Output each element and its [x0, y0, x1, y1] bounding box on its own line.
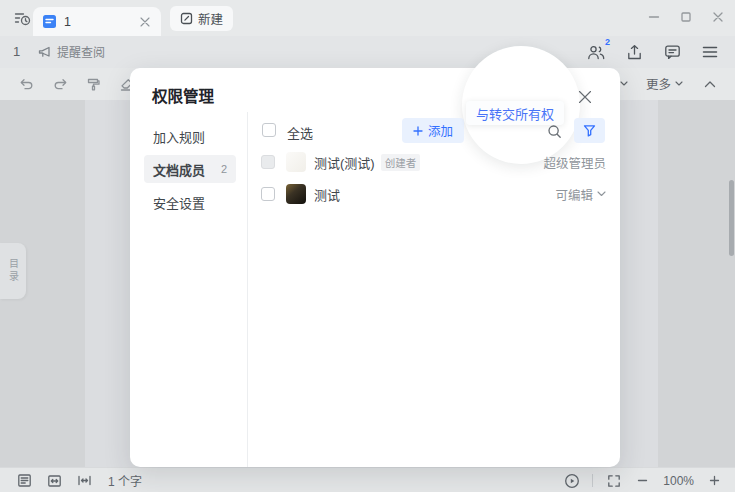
modal-close-icon[interactable]: [576, 88, 594, 106]
menubar: 1 提醒查阅 2: [0, 36, 735, 68]
creator-badge: 创建者: [381, 154, 421, 171]
chevron-down-icon: [597, 191, 606, 197]
undo-icon[interactable]: [18, 75, 36, 93]
onboarding-tooltip: 与转交所有权: [466, 101, 564, 125]
remind-review-label: 提醒查阅: [57, 43, 105, 60]
member-row: 测试 可编辑: [261, 180, 606, 208]
vertical-scrollbar-thumb[interactable]: [729, 180, 734, 256]
member-avatar: [286, 152, 306, 172]
modal-nav-divider: [247, 112, 248, 467]
modal-nav: 加入规则 文档成员 2 安全设置: [144, 122, 236, 221]
nav-label: 安全设置: [153, 193, 205, 212]
compose-icon: [180, 12, 193, 25]
collaborators-count: 2: [605, 37, 610, 47]
nav-item-join-rules[interactable]: 加入规则: [144, 122, 236, 150]
nav-item-document-members[interactable]: 文档成员 2: [144, 155, 236, 183]
fullscreen-icon[interactable]: [605, 472, 622, 489]
tab-title: 1: [64, 15, 138, 29]
select-all-label: 全选: [287, 123, 313, 142]
statusbar: 1 个字 100%: [0, 467, 735, 492]
outline-flyout-tab[interactable]: 目录: [0, 243, 26, 299]
member-role-label: 可编辑: [555, 185, 593, 204]
members-panel: 全选 添加 测试(测试) 创建者: [261, 112, 606, 467]
history-icon[interactable]: [12, 9, 32, 27]
new-tab-button[interactable]: 新建: [170, 6, 233, 31]
outline-view-icon[interactable]: [16, 472, 33, 489]
more-dropdown[interactable]: 更多: [646, 74, 683, 93]
permission-modal: 权限管理 加入规则 文档成员 2 安全设置 全: [130, 68, 620, 467]
zoom-out-icon[interactable]: [634, 472, 651, 489]
member-role: 超级管理员: [543, 153, 606, 172]
window-controls: [645, 8, 727, 26]
document-tab[interactable]: 1: [33, 7, 161, 36]
word-count: 1 个字: [108, 472, 142, 489]
member-role-dropdown[interactable]: 可编辑: [555, 185, 606, 204]
modal-title: 权限管理: [152, 84, 214, 106]
maximize-icon[interactable]: [677, 8, 695, 26]
nav-label: 文档成员: [153, 160, 205, 179]
minimize-icon[interactable]: [645, 8, 663, 26]
new-tab-label: 新建: [198, 9, 223, 28]
nav-label: 加入规则: [153, 127, 205, 146]
statusbar-right: 100%: [563, 472, 723, 489]
caret-down-icon: [675, 81, 683, 86]
member-avatar: [286, 184, 306, 204]
statusbar-divider: [592, 474, 593, 487]
page-number: 1: [13, 44, 20, 59]
outline-tab-label: 目录: [6, 258, 21, 284]
page-width-icon[interactable]: [76, 472, 93, 489]
member-row-owner: 测试(测试) 创建者 超级管理员: [261, 148, 606, 176]
titlebar: 1 新建: [0, 0, 735, 36]
zoom-in-icon[interactable]: [706, 472, 723, 489]
add-member-button[interactable]: 添加: [402, 118, 464, 143]
menubar-right-icons: 2: [585, 41, 721, 63]
toolbar-left: [18, 75, 135, 93]
member-checkbox-disabled: [261, 155, 275, 169]
collapse-toolbar-icon[interactable]: [701, 75, 719, 93]
caret-down-icon: [620, 81, 628, 86]
member-checkbox[interactable]: [261, 187, 275, 201]
tab-close-icon[interactable]: [138, 15, 152, 29]
app-window: 1 新建 1 提醒查阅 2: [0, 0, 735, 492]
fit-width-icon[interactable]: [46, 472, 63, 489]
more-label: 更多: [646, 74, 671, 93]
document-icon: [42, 14, 57, 29]
member-name: 测试: [314, 185, 340, 204]
filter-icon[interactable]: [574, 118, 605, 143]
comment-icon[interactable]: [661, 41, 683, 63]
statusbar-left: 1 个字: [16, 472, 142, 489]
nav-item-security-settings[interactable]: 安全设置: [144, 188, 236, 216]
collaborators-icon[interactable]: 2: [585, 41, 607, 63]
megaphone-icon: [38, 45, 52, 59]
play-presentation-icon[interactable]: [563, 472, 580, 489]
remind-review-button[interactable]: 提醒查阅: [38, 43, 105, 60]
member-name: 测试(测试): [314, 153, 375, 172]
nav-badge: 2: [221, 163, 227, 175]
select-all-checkbox[interactable]: [262, 123, 276, 137]
zoom-level: 100%: [663, 474, 694, 488]
hamburger-menu-icon[interactable]: [699, 41, 721, 63]
share-icon[interactable]: [623, 41, 645, 63]
onboarding-tooltip-label: 与转交所有权: [476, 104, 554, 123]
close-window-icon[interactable]: [709, 8, 727, 26]
plus-icon: [413, 126, 423, 136]
add-member-label: 添加: [428, 121, 453, 140]
redo-icon[interactable]: [51, 75, 69, 93]
format-painter-icon[interactable]: [84, 75, 102, 93]
